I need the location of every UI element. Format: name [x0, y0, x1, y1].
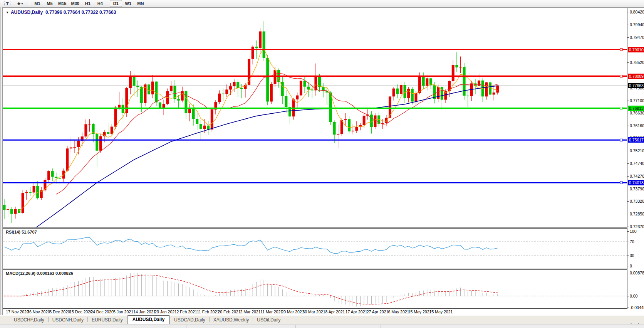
text-tool-button[interactable]: T: [1, 0, 13, 7]
chevron-down-icon: ▾: [21, 2, 23, 5]
price-tick-label: 0.77100: [630, 98, 644, 103]
axis-tick: [627, 176, 629, 177]
tab-usdcnh[interactable]: USDCNH,Daily: [49, 316, 87, 324]
date-tick-label: 27 Apr 2021: [367, 309, 389, 314]
date-tick-label: 17 Nov 2020: [6, 309, 29, 314]
statusbar-separator: [381, 325, 381, 328]
rsi-indicator-label: RSI(14) 51.6707: [6, 230, 37, 234]
date-tick-label: 2 Feb 2021: [176, 309, 197, 314]
macd-tick-label: 0.00: [630, 294, 637, 298]
axis-tick: [627, 126, 629, 126]
price-tick-label: 0.74740: [630, 161, 644, 166]
date-tick-label: 5 Jan 2021: [113, 309, 133, 314]
axis-tick: [627, 25, 629, 25]
axis-tick: [627, 12, 629, 12]
axis-tick: [627, 296, 629, 296]
price-tick-label: 0.78520: [630, 60, 644, 65]
timeframe-button-m15[interactable]: M15: [56, 0, 69, 7]
timeframe-button-w1[interactable]: W1: [122, 0, 134, 7]
text-tool-icon: T: [4, 1, 10, 6]
date-tick-label: 24 Dec 2020: [91, 309, 114, 314]
date-tick-label: 11 Mar 2021: [260, 309, 283, 314]
timeframe-button-m1[interactable]: M1: [31, 0, 44, 7]
price-tick-label: 0.72850: [630, 212, 644, 216]
price-tick-label: 0.76160: [630, 123, 644, 128]
macd-tick-label: -0.004455: [630, 305, 644, 310]
chart-symbol-label: AUDUSD,Daily: [11, 10, 43, 15]
date-tick-label: 15 Dec 2020: [69, 309, 92, 314]
axis-tick: [627, 151, 629, 151]
symbols-tool-button[interactable]: ❖ ▾: [14, 0, 26, 7]
statusbar-separator: [186, 325, 186, 328]
price-level-badge: 0.74018: [628, 180, 644, 185]
date-tick-label: 23 Jan 2021: [154, 309, 177, 314]
toolbar-grip: [28, 1, 30, 6]
rsi-tick-label: 0: [630, 264, 632, 268]
price-tick-label: 0.75210: [630, 148, 644, 153]
date-tick-label: 8 Apr 2021: [325, 309, 345, 314]
date-tick-label: 11 Feb 2021: [197, 309, 219, 314]
price-level-badge: 0.79010: [628, 47, 644, 52]
date-tick-label: 25 May 2021: [429, 309, 453, 314]
date-tick-label: 26 Nov 2020: [27, 309, 50, 314]
tab-audusd[interactable]: AUDUSD,Daily: [127, 315, 170, 324]
axis-tick: [627, 189, 629, 189]
date-axis[interactable]: 17 Nov 202026 Nov 20205 Dec 202015 Dec 2…: [3, 309, 627, 316]
symbols-tool-icon: ❖: [17, 2, 21, 6]
axis-tick: [627, 231, 629, 232]
tab-xauusd[interactable]: XAUUSD,Weekly: [210, 316, 253, 324]
axis-tick: [627, 242, 629, 242]
price-axis[interactable]: 0.804200.799400.794700.785200.775800.771…: [627, 8, 644, 309]
price-tick-label: 0.79470: [630, 35, 644, 40]
timeframe-button-d1[interactable]: D1: [110, 0, 122, 7]
chart-ohlc-values: 0.77396 0.77664 0.77322 0.77663: [45, 10, 116, 15]
tab-usdcad[interactable]: USDCAD,Daily: [170, 316, 209, 324]
price-tick-label: 0.72370: [630, 224, 644, 229]
macd-indicator-label: MACD(12,26,9) 0.000163 0.000826: [6, 271, 73, 276]
timeframe-button-h4[interactable]: H4: [94, 0, 106, 7]
price-tick-label: 0.80420: [630, 10, 644, 14]
rsi-tick-label: 30: [630, 253, 634, 258]
axis-tick: [627, 101, 629, 101]
toolbar-separator: [108, 1, 108, 6]
axis-tick: [627, 227, 629, 227]
price-level-badge: 0.76813: [628, 106, 644, 111]
price-tick-label: 0.74270: [630, 174, 644, 178]
timeframe-button-h1[interactable]: H1: [82, 0, 94, 7]
price-tick-label: 0.73320: [630, 199, 644, 204]
axis-tick: [627, 256, 629, 256]
date-tick-label: 5 Dec 2020: [49, 309, 70, 314]
price-tick-label: 0.79940: [630, 22, 644, 27]
timeframe-buttons: M1M5M15M30H1H4D1W1MN: [31, 0, 147, 7]
axis-tick: [627, 62, 629, 63]
tab-usoil[interactable]: USOil,Daily: [253, 316, 284, 324]
date-tick-label: 17 Apr 2021: [345, 309, 367, 314]
macd-tick-label: 0.008782: [630, 271, 644, 275]
date-tick-label: 15 May 2021: [408, 309, 432, 314]
axis-tick: [627, 163, 629, 164]
tab-usdchf[interactable]: USDCHF,Daily: [10, 316, 48, 324]
timeframe-button-mn[interactable]: MN: [134, 0, 147, 7]
status-bar: [0, 324, 644, 328]
toolbar: T ❖ ▾ M1M5M15M30H1H4D1W1MN: [0, 0, 644, 7]
price-level-badge: 0.77663: [628, 83, 644, 88]
axis-tick: [627, 308, 629, 308]
date-tick-label: 30 Mar 2021: [303, 309, 325, 314]
timeframe-button-m30[interactable]: M30: [69, 0, 81, 7]
symbol-tab-bar: USDCHF,DailyUSDCNH,DailyEURUSD,DailyAUDU…: [0, 315, 644, 324]
axis-tick: [627, 266, 629, 266]
date-tick-label: 2 Mar 2021: [240, 309, 260, 314]
date-tick-label: 6 May 2021: [388, 309, 409, 314]
chart-canvas[interactable]: [3, 8, 627, 309]
price-tick-label: 0.76630: [630, 111, 644, 115]
chevron-down-icon: ▼: [6, 11, 9, 14]
timeframe-button-m5[interactable]: M5: [44, 0, 56, 7]
tab-eurusd[interactable]: EURUSD,Daily: [88, 316, 127, 324]
date-tick-label: 20 Feb 2021: [218, 309, 241, 314]
date-tick-label: 20 Mar 2021: [282, 309, 304, 314]
axis-tick: [627, 273, 629, 273]
price-level-badge: 0.75617: [628, 137, 644, 143]
rsi-tick-label: 100: [630, 229, 637, 234]
price-level-badge: 0.78009: [628, 74, 644, 79]
statusbar-separator: [295, 325, 296, 328]
